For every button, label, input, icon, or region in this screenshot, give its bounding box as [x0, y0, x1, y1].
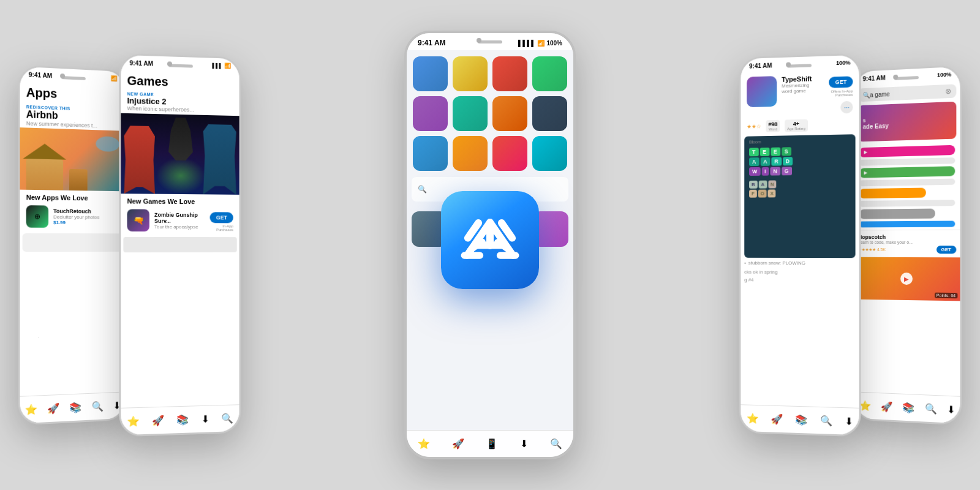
stars: ★★☆	[747, 123, 761, 129]
typeshift-more-btn[interactable]: ···	[840, 101, 853, 114]
play-btn[interactable]: ▶	[900, 273, 913, 285]
nav-g-4[interactable]: 🚀	[771, 413, 783, 426]
s-icon-4: 🔍	[820, 415, 832, 427]
svg-line-5	[467, 222, 491, 255]
nav-featured-3[interactable]: ⭐	[418, 438, 430, 450]
tile-G: G	[782, 167, 792, 175]
zombie-item: 🔫 Zombie Gunship Surv... Tour the apocal…	[121, 206, 239, 235]
app-tile-3[interactable]	[492, 56, 527, 91]
apps-icon-2: 📚	[176, 414, 189, 426]
time-4: 9:41 AM	[749, 62, 772, 69]
tile-E2: E	[771, 148, 780, 156]
bottom-nav-5: ⭐ 🚀 📚 🔍 ⬇	[854, 391, 960, 423]
nav-featured-2[interactable]: ⭐	[127, 415, 140, 428]
nav-games-2[interactable]: 🚀	[152, 415, 164, 427]
games-icon-3: 🚀	[452, 438, 464, 450]
batman-body	[168, 118, 193, 161]
nav-a-5[interactable]: 📚	[903, 402, 915, 414]
hut-small	[69, 169, 88, 191]
app-tile-1[interactable]	[413, 56, 448, 91]
nav-f-5[interactable]: ⭐	[859, 400, 871, 412]
games-title: Games	[127, 74, 233, 91]
nav-apps-2[interactable]: 📚	[176, 414, 189, 426]
app-tile-12[interactable]	[532, 136, 567, 171]
touchretouch-info: TouchRetouch Declutter your photos $1.99	[53, 208, 119, 226]
f-icon-4: ⭐	[747, 412, 759, 424]
zombie-get-btn[interactable]: GET	[210, 212, 233, 223]
nav-s-4[interactable]: 🔍	[820, 415, 832, 427]
nav-apps[interactable]: 📚	[70, 401, 82, 413]
nav-search-2[interactable]: 🔍	[221, 412, 233, 424]
battery-5: 100%	[937, 71, 951, 78]
app-tile-11[interactable]	[492, 136, 527, 171]
nav-a-4[interactable]: 📚	[795, 414, 807, 426]
status-bar-3: 9:41 AM ▌▌▌▌ 📶 100%	[407, 33, 573, 50]
age-badge: 4+ Age Rating	[785, 119, 808, 132]
new-apps-header: New Apps We Love	[20, 190, 126, 203]
app-tile-5[interactable]	[413, 96, 448, 131]
touchretouch-price: $1.99	[53, 220, 119, 226]
cbtn-gray-bar	[859, 157, 955, 166]
nav-apps-3[interactable]: 📱	[486, 438, 498, 450]
nav-download-2[interactable]: ⬇	[201, 413, 209, 425]
airbnb-tag: REDISCOVER THIS Airbnb New summer experi…	[20, 102, 126, 130]
scene: 9:41 AM 📶 Apps REDISCOVER THIS Airbnb Ne…	[0, 0, 980, 490]
app-tile-8[interactable]	[532, 96, 567, 131]
hopscotch-get-btn[interactable]: GET	[936, 246, 956, 254]
appstore-icon	[441, 191, 539, 289]
app-tile-6[interactable]	[453, 96, 488, 131]
app-tile-2[interactable]	[453, 56, 488, 91]
app-tile-10[interactable]	[453, 136, 488, 171]
search-icon-3: 🔍	[550, 438, 562, 450]
status-right-3: ▌▌▌▌ 📶 100%	[518, 40, 562, 47]
nav-featured[interactable]: ⭐	[25, 404, 37, 416]
status-right-1: 📶	[111, 75, 118, 81]
typeshift-info: TypeShift Mesmerizing word game	[782, 75, 812, 94]
typeshift-get-btn[interactable]: GET	[829, 76, 853, 88]
tile-F: F	[749, 190, 757, 198]
screen-games: Games NEW GAME Injustice 2 When iconic s…	[121, 69, 239, 435]
nav-u-4[interactable]: ⬇	[845, 415, 853, 428]
tile-O: O	[758, 190, 767, 198]
rank-cat: Word	[768, 127, 777, 131]
app-tile-9[interactable]	[413, 136, 448, 171]
news-3: g #4	[741, 276, 859, 284]
clear-icon[interactable]: ⊗	[945, 87, 951, 96]
search-bar[interactable]: 🔍 a game ⊗	[858, 84, 956, 102]
nav-u-5[interactable]: ⬇	[947, 404, 955, 416]
games-icon-2: 🚀	[152, 415, 164, 427]
screen-typeshift: TypeShift Mesmerizing word game GET Offe…	[741, 69, 859, 435]
injustice-image	[121, 113, 239, 195]
app-tile-7[interactable]	[492, 96, 527, 131]
nav-search-3[interactable]: 🔍	[550, 438, 562, 450]
hopscotch-section: Hopscotch Learn to code, make your o... …	[854, 230, 960, 258]
nav-download-3[interactable]: ⬇	[520, 438, 528, 450]
hopscotch-stars: ★★★★★ 4.5K	[858, 247, 886, 252]
typeshift-purchase: Offers In-App Purchases	[816, 89, 853, 98]
nav-search[interactable]: 🔍	[91, 401, 104, 413]
zombie-purchase-note: In-AppPurchases	[210, 224, 233, 232]
status-right-5: 100%	[937, 71, 951, 78]
news-2: cks ok in spring	[741, 268, 859, 277]
app-tile-4[interactable]	[532, 56, 567, 91]
phone-left: 9:41 AM ▌▌▌ 📶 Games NEW GAME Injustice 2…	[119, 53, 241, 437]
points: Points: 64	[935, 293, 958, 299]
wifi-icon: 📶	[111, 75, 118, 81]
apps-icon: 📚	[70, 401, 82, 413]
nav-g-5[interactable]: 🚀	[881, 401, 893, 413]
nav-games[interactable]: 🚀	[47, 402, 59, 415]
nav-games-3[interactable]: 🚀	[452, 438, 464, 450]
status-right-2: ▌▌▌ 📶	[212, 62, 230, 69]
touchretouch-icon: ⊕	[26, 205, 48, 228]
hero-right	[203, 124, 236, 195]
download-icon-2: ⬇	[201, 413, 209, 425]
banner-content: s ade Easy	[863, 114, 952, 130]
rank-badge: #98 Word	[766, 120, 780, 132]
search-icon-2: 🔍	[221, 412, 233, 424]
nav-f-4[interactable]: ⭐	[747, 412, 759, 424]
games-icon: 🚀	[47, 402, 59, 415]
word-game-area: Bloom T E E S A A R	[744, 134, 855, 258]
nav-s-5[interactable]: 🔍	[925, 402, 937, 415]
time-5: 9:41 AM	[863, 74, 886, 82]
bottom-nav-4: ⭐ 🚀 📚 🔍 ⬇	[741, 404, 859, 435]
